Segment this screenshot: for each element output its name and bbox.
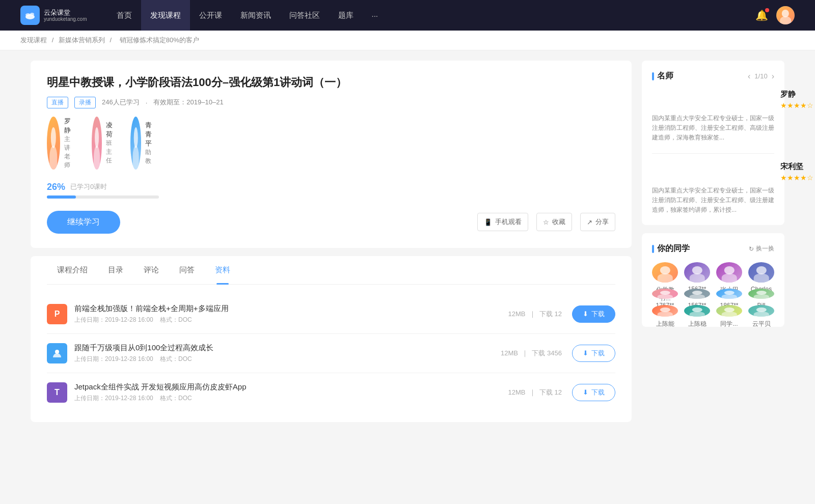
nav-news[interactable]: 新闻资讯: [231, 0, 280, 31]
collect-button[interactable]: ☆ 收藏: [536, 213, 572, 231]
teacher-panel-top-2: 宋利坚 ★★★★☆: [652, 162, 774, 182]
mobile-label: 手机观看: [495, 217, 522, 227]
tab-catalog[interactable]: 目录: [98, 256, 133, 284]
share-icon: ↗: [587, 218, 592, 226]
download-button-3[interactable]: ⬇ 下载: [572, 384, 615, 401]
user-avatar-nav[interactable]: [776, 6, 795, 24]
teacher-panel-name-2: 宋利坚: [780, 162, 813, 172]
learner-count: 246人已学习: [102, 98, 140, 107]
teacher-1: 罗静 主讲老师: [47, 117, 75, 170]
breadcrumb-link-1[interactable]: 发现课程: [20, 36, 47, 44]
teachers-prev-button[interactable]: ‹: [748, 72, 750, 81]
downloads-3: 下载 12: [539, 388, 562, 396]
bell-icon[interactable]: 🔔: [755, 9, 768, 21]
classmate-avatar-6: [684, 289, 710, 299]
tab-comments[interactable]: 评论: [133, 256, 169, 284]
resource-icon-2: [47, 343, 67, 363]
classmates-card: 你的同学 ↻ 换一换 化学教书... 1567** 张小田: [642, 233, 784, 327]
resource-info-3: Jetpack全组件实战 开发短视频应用高仿皮皮虾App 上传日期：2019-1…: [74, 382, 508, 403]
bell-dot: [765, 8, 769, 12]
downloads-2: 下载 3456: [532, 349, 562, 357]
refresh-button[interactable]: ↻ 换一换: [749, 244, 774, 253]
nav-public[interactable]: 公开课: [190, 0, 231, 31]
classmate-7[interactable]: 1867**: [716, 289, 742, 299]
breadcrumb-current: 销冠修炼术搞定80%的客户: [120, 36, 199, 44]
teachers-next-button[interactable]: ›: [772, 72, 774, 81]
size-2: 12MB: [501, 349, 518, 357]
nav-qa[interactable]: 问答社区: [280, 0, 329, 31]
nav-home[interactable]: 首页: [107, 0, 141, 31]
resource-title-2: 跟随千万级项目从0到100全过程高效成长: [74, 343, 501, 353]
refresh-label: 换一换: [756, 244, 774, 253]
teacher-3-info: 青青平 助教: [145, 121, 154, 165]
nav-discover[interactable]: 发现课程: [141, 0, 190, 31]
tab-resources[interactable]: 资料: [205, 256, 240, 284]
action-buttons: 📱 手机观看 ☆ 收藏 ↗ 分享: [477, 213, 615, 231]
teacher-panel-1: 罗静 ★★★★☆ 国内某重点大学安全工程专业硕士，国家一级注册消防工程师、注册安…: [652, 90, 774, 143]
classmate-name-12: 云平贝: [748, 320, 774, 328]
nav-items: 首页 发现课程 公开课 新闻资讯 问答社区 题库 ···: [107, 0, 755, 31]
classmate-avatar-9: [652, 305, 678, 317]
logo-icon: [20, 6, 40, 25]
classmate-11[interactable]: 同学...: [716, 305, 742, 317]
tab-intro[interactable]: 课程介绍: [47, 256, 98, 284]
classmate-avatar-2: [684, 262, 710, 283]
size-1: 12MB: [508, 310, 526, 318]
mobile-icon: 📱: [484, 218, 492, 226]
download-label-3: 下载: [591, 388, 605, 397]
classmate-9[interactable]: 上陈能: [652, 305, 678, 317]
teacher-panel-right-1: 罗静 ★★★★☆: [780, 90, 813, 109]
classmate-12[interactable]: 云平贝: [748, 305, 774, 317]
download-button-1[interactable]: ⬇ 下载: [572, 305, 615, 323]
teacher-2-avatar: [92, 117, 102, 170]
teacher-1-info: 罗静 主讲老师: [64, 117, 75, 170]
nav-more[interactable]: ···: [363, 0, 388, 31]
breadcrumb-sep-1: /: [52, 36, 56, 44]
resource-meta-2: 上传日期：2019-12-28 16:00 格式：DOC: [74, 355, 501, 363]
teacher-1-name: 罗静: [64, 117, 75, 135]
classmate-1[interactable]: 化学教书...: [652, 262, 678, 283]
teacher-3-role: 助教: [145, 148, 154, 165]
resource-title-3: Jetpack全组件实战 开发短视频应用高仿皮皮虾App: [74, 382, 508, 392]
download-label-1: 下载: [591, 310, 605, 319]
format-1: 格式：DOC: [160, 316, 192, 323]
classmate-8[interactable]: Bill: [748, 289, 774, 299]
course-meta: 直播 录播 246人已学习 · 有效期至：2019–10–21: [47, 97, 615, 108]
progress-pct: 26%: [47, 182, 65, 192]
resource-title-1: 前端全栈加强版！前端全栈+全周期+多端应用: [74, 304, 508, 314]
upload-date-1: 上传日期：2019-12-28 16:00: [74, 316, 153, 323]
classmate-4[interactable]: Charles: [748, 262, 774, 283]
breadcrumb-link-2[interactable]: 新媒体营销系列: [59, 36, 105, 44]
logo[interactable]: 云朵课堂 yunduoketang.com: [20, 6, 87, 25]
continue-button[interactable]: 继续学习: [47, 211, 120, 234]
logo-text: 云朵课堂: [44, 9, 87, 17]
classmate-avatar-1: [652, 262, 678, 283]
share-button[interactable]: ↗ 分享: [580, 213, 615, 231]
teacher-2-name: 凌荷: [106, 121, 114, 139]
classmate-name-10: 上陈稳: [684, 320, 710, 328]
classmate-avatar-4: [748, 262, 774, 283]
classmate-2[interactable]: 1567**: [684, 262, 710, 283]
classmate-avatar-8: [748, 289, 774, 299]
progress-bar-fill: [47, 195, 76, 199]
resource-info-2: 跟随千万级项目从0到100全过程高效成长 上传日期：2019-12-28 16:…: [74, 343, 501, 363]
tab-qa[interactable]: 问答: [169, 256, 205, 284]
classmate-6[interactable]: 1567**: [684, 289, 710, 299]
classmate-10[interactable]: 上陈稳: [684, 305, 710, 317]
classmate-3[interactable]: 张小田: [716, 262, 742, 283]
progress-note: 已学习0课时: [70, 182, 107, 191]
teachers-divider: [652, 153, 774, 154]
nav-quiz[interactable]: 题库: [329, 0, 363, 31]
breadcrumb-sep-2: /: [110, 36, 113, 44]
mobile-watch-button[interactable]: 📱 手机观看: [477, 213, 528, 231]
downloads-1: 下载 12: [539, 310, 562, 318]
teachers-page: 1/10: [754, 72, 767, 80]
resource-item-1: P 前端全栈加强版！前端全栈+全周期+多端应用 上传日期：2019-12-28 …: [47, 295, 615, 334]
download-icon-3: ⬇: [583, 388, 588, 396]
classmate-5[interactable]: 1767**: [652, 289, 678, 299]
download-button-2[interactable]: ⬇ 下载: [572, 345, 615, 362]
teacher-panel-stars-2: ★★★★☆: [780, 174, 813, 182]
classmate-name-9: 上陈能: [652, 320, 678, 328]
nav-right: 🔔: [755, 6, 795, 24]
teachers-panel-title: 名师: [652, 71, 673, 81]
